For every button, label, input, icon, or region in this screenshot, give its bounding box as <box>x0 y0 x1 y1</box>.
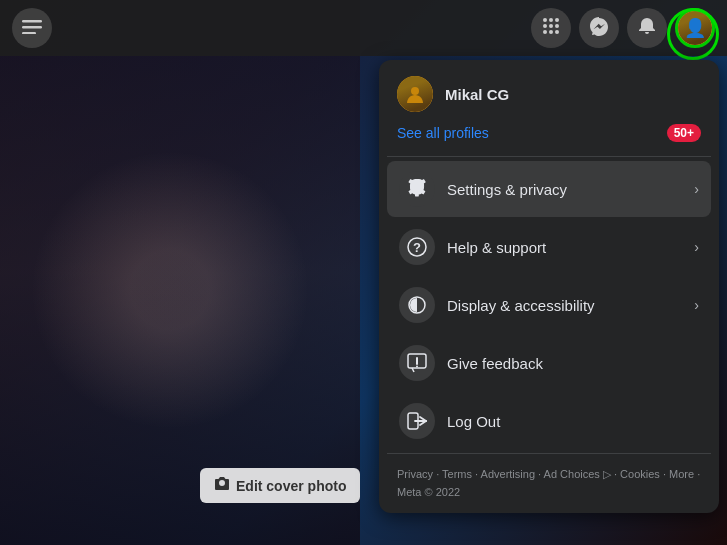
svg-point-5 <box>555 18 559 22</box>
logout-icon <box>399 403 435 439</box>
nav-left <box>12 8 52 48</box>
messenger-icon <box>589 16 609 41</box>
svg-text:?: ? <box>413 240 421 255</box>
see-all-profiles-link[interactable]: See all profiles <box>397 125 489 141</box>
display-icon <box>399 287 435 323</box>
svg-point-9 <box>543 30 547 34</box>
display-chevron-icon: › <box>694 297 699 313</box>
user-header[interactable]: Mikal CG <box>387 68 711 120</box>
camera-icon <box>214 476 230 495</box>
settings-icon <box>399 171 435 207</box>
see-all-row: See all profiles 50+ <box>387 120 711 152</box>
footer-terms[interactable]: Terms <box>442 468 472 480</box>
svg-point-3 <box>543 18 547 22</box>
footer-meta: Meta © 2022 <box>397 486 460 498</box>
logout-label: Log Out <box>447 413 699 430</box>
settings-privacy-label: Settings & privacy <box>447 181 682 198</box>
svg-point-6 <box>543 24 547 28</box>
help-chevron-icon: › <box>694 239 699 255</box>
help-support-item[interactable]: ? Help & support › <box>387 219 711 275</box>
avatar-highlight-circle <box>667 8 719 60</box>
svg-rect-1 <box>22 26 42 29</box>
navbar: 👤 <box>0 0 727 56</box>
notification-badge: 50+ <box>667 124 701 142</box>
menu-icon <box>22 18 42 39</box>
svg-point-13 <box>411 87 419 95</box>
help-icon: ? <box>399 229 435 265</box>
user-avatar <box>397 76 433 112</box>
display-accessibility-item[interactable]: Display & accessibility › <box>387 277 711 333</box>
edit-cover-btn[interactable]: Edit cover photo <box>200 468 360 503</box>
svg-rect-2 <box>22 32 36 34</box>
messenger-icon-btn[interactable] <box>579 8 619 48</box>
footer-ad-choices[interactable]: Ad Choices <box>544 468 600 480</box>
settings-chevron-icon: › <box>694 181 699 197</box>
scene-detail <box>30 150 310 430</box>
svg-point-7 <box>549 24 553 28</box>
svg-point-11 <box>555 30 559 34</box>
grid-icon <box>542 17 560 40</box>
user-avatar-inner <box>397 76 433 112</box>
feedback-icon <box>399 345 435 381</box>
dropdown-footer: Privacy · Terms · Advertising · Ad Choic… <box>387 458 711 505</box>
menu-icon-btn[interactable] <box>12 8 52 48</box>
help-support-label: Help & support <box>447 239 682 256</box>
footer-cookies[interactable]: Cookies <box>620 468 660 480</box>
notifications-icon-btn[interactable] <box>627 8 667 48</box>
divider-1 <box>387 156 711 157</box>
footer-privacy[interactable]: Privacy <box>397 468 433 480</box>
svg-point-4 <box>549 18 553 22</box>
give-feedback-label: Give feedback <box>447 355 699 372</box>
svg-point-10 <box>549 30 553 34</box>
grid-icon-btn[interactable] <box>531 8 571 48</box>
footer-advertising[interactable]: Advertising <box>481 468 535 480</box>
user-name: Mikal CG <box>445 86 509 103</box>
dropdown-menu: Mikal CG See all profiles 50+ Settings &… <box>379 60 719 513</box>
settings-privacy-item[interactable]: Settings & privacy › <box>387 161 711 217</box>
svg-point-8 <box>555 24 559 28</box>
svg-rect-0 <box>22 20 42 23</box>
divider-2 <box>387 453 711 454</box>
bell-icon <box>637 16 657 41</box>
display-accessibility-label: Display & accessibility <box>447 297 682 314</box>
edit-cover-label: Edit cover photo <box>236 478 346 494</box>
footer-more[interactable]: More <box>669 468 694 480</box>
give-feedback-item[interactable]: Give feedback <box>387 335 711 391</box>
svg-point-19 <box>416 366 418 368</box>
logout-item[interactable]: Log Out <box>387 393 711 449</box>
